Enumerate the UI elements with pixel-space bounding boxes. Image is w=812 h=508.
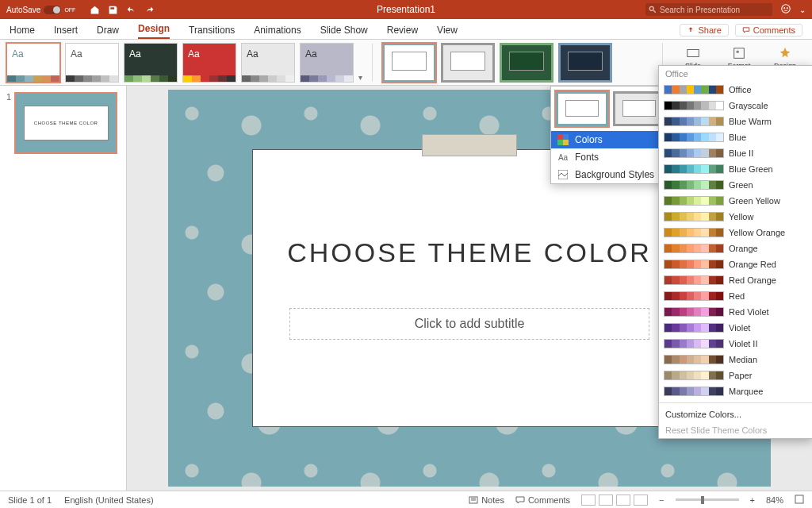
thumbnail-text: CHOOSE THEME COLOR (24, 106, 109, 140)
variant-option[interactable] (382, 43, 436, 83)
share-button[interactable]: Share (680, 24, 728, 37)
theme-option[interactable]: Aa (182, 43, 236, 83)
view-sorter-button[interactable] (599, 495, 613, 506)
svg-rect-8 (563, 134, 569, 140)
variant-gallery (382, 43, 612, 83)
tab-draw[interactable]: Draw (97, 25, 119, 39)
color-scheme-item[interactable]: Red (659, 288, 812, 304)
color-scheme-item[interactable]: Blue (659, 129, 812, 145)
bg-styles-icon (557, 169, 569, 180)
color-scheme-label: Violet (729, 323, 750, 333)
redo-icon[interactable] (144, 5, 155, 15)
home-icon[interactable] (90, 5, 100, 15)
color-scheme-item[interactable]: Paper (659, 368, 812, 383)
color-scheme-item[interactable]: Blue Green (659, 161, 812, 177)
color-scheme-item[interactable]: Office (659, 82, 812, 98)
color-scheme-label: Blue Warm (729, 117, 772, 126)
comments-button[interactable]: Comments (735, 24, 802, 37)
zoom-level[interactable]: 84% (766, 495, 783, 505)
color-scheme-label: Blue (729, 133, 746, 142)
tab-transitions[interactable]: Transitions (189, 25, 235, 39)
color-scheme-item[interactable]: Marquee (659, 383, 812, 399)
chevron-down-icon[interactable]: ⌄ (799, 6, 806, 14)
color-scheme-item[interactable]: Green (659, 177, 812, 193)
color-scheme-label: Grayscale (729, 101, 768, 110)
color-scheme-item[interactable]: Violet II (659, 336, 812, 352)
customize-colors-item[interactable]: Customize Colors... (659, 406, 812, 422)
save-icon[interactable] (108, 5, 118, 15)
color-scheme-label: Office (729, 85, 752, 94)
color-scheme-item[interactable]: Orange (659, 241, 812, 256)
undo-icon[interactable] (126, 5, 136, 15)
qat-icons (90, 5, 155, 15)
color-scheme-item[interactable]: Yellow Orange (659, 225, 812, 241)
color-scheme-item[interactable]: Median (659, 352, 812, 368)
color-scheme-label: Red Orange (729, 275, 776, 285)
language-indicator[interactable]: English (United States) (64, 495, 154, 505)
color-scheme-item[interactable]: Grayscale (659, 98, 812, 114)
theme-option[interactable]: Aa (124, 43, 178, 83)
fonts-icon: Aa (557, 152, 569, 163)
zoom-in-button[interactable]: + (750, 495, 755, 505)
tab-home[interactable]: Home (10, 25, 35, 39)
fit-to-window-button[interactable] (795, 495, 804, 506)
variant-option[interactable] (500, 43, 553, 83)
autosave-switch[interactable] (44, 6, 61, 14)
svg-rect-10 (563, 140, 569, 145)
tab-view[interactable]: View (437, 25, 458, 39)
account-icon[interactable] (780, 3, 791, 17)
color-scheme-list: OfficeGrayscaleBlue WarmBlueBlue IIBlue … (659, 82, 812, 399)
color-scheme-item[interactable]: Red Violet (659, 304, 812, 320)
tab-animations[interactable]: Animations (254, 25, 301, 39)
thumbnail-preview[interactable]: CHOOSE THEME COLOR (14, 92, 117, 154)
slide-thumbnails-panel: 1 CHOOSE THEME COLOR (0, 86, 127, 491)
slide-size-icon (686, 46, 700, 60)
tab-slideshow[interactable]: Slide Show (320, 25, 368, 39)
svg-point-3 (787, 7, 787, 8)
zoom-slider[interactable] (676, 498, 739, 501)
ribbon-tabs: Home Insert Draw Design Transitions Anim… (0, 19, 812, 40)
themes-more-icon[interactable]: ▾ (358, 73, 362, 82)
color-scheme-label: Marquee (729, 387, 763, 396)
comments-toggle[interactable]: Comments (515, 495, 570, 505)
zoom-out-button[interactable]: − (659, 495, 664, 505)
tab-insert[interactable]: Insert (54, 25, 78, 39)
color-scheme-item[interactable]: Red Orange (659, 272, 812, 288)
search-input[interactable]: Search in Presentation (645, 3, 772, 16)
color-scheme-item[interactable]: Blue II (659, 145, 812, 161)
thumbnail-item[interactable]: 1 CHOOSE THEME COLOR (6, 92, 120, 154)
svg-point-6 (736, 51, 739, 54)
color-scheme-item[interactable]: Orange Red (659, 256, 812, 272)
color-scheme-label: Median (729, 355, 757, 364)
color-scheme-item[interactable]: Blue Warm (659, 114, 812, 129)
variant-option[interactable] (556, 91, 608, 126)
view-reading-button[interactable] (616, 495, 630, 506)
variant-option[interactable] (441, 43, 495, 83)
variant-option[interactable] (558, 43, 612, 83)
color-scheme-item[interactable]: Yellow (659, 209, 812, 225)
theme-option[interactable]: Aa (65, 43, 119, 83)
autosave-state: OFF (64, 7, 75, 13)
notes-toggle[interactable]: Notes (469, 495, 504, 505)
color-scheme-label: Yellow Orange (729, 228, 785, 237)
slide-title[interactable]: CHOOSE THEME COLOR (287, 237, 652, 268)
color-scheme-item[interactable]: Violet (659, 320, 812, 336)
theme-option[interactable]: Aa (6, 43, 60, 83)
color-scheme-item[interactable]: Green Yellow (659, 193, 812, 209)
theme-option[interactable]: Aa (241, 43, 295, 83)
theme-option[interactable]: Aa (300, 43, 354, 83)
color-scheme-label: Blue Green (729, 164, 773, 174)
comment-icon (742, 26, 750, 34)
svg-rect-4 (688, 50, 699, 57)
view-slideshow-button[interactable] (634, 495, 648, 506)
tab-review[interactable]: Review (387, 25, 418, 39)
slide-subtitle-placeholder[interactable]: Click to add subtitle (289, 308, 650, 340)
share-icon (687, 26, 695, 34)
view-normal-button[interactable] (581, 495, 596, 506)
autosave-toggle[interactable]: AutoSave OFF (6, 6, 75, 14)
slide-counter[interactable]: Slide 1 of 1 (8, 495, 52, 505)
tab-design[interactable]: Design (138, 23, 170, 39)
svg-point-0 (649, 6, 653, 10)
color-scheme-label: Paper (729, 371, 752, 380)
submenu-header: Office (659, 66, 812, 82)
